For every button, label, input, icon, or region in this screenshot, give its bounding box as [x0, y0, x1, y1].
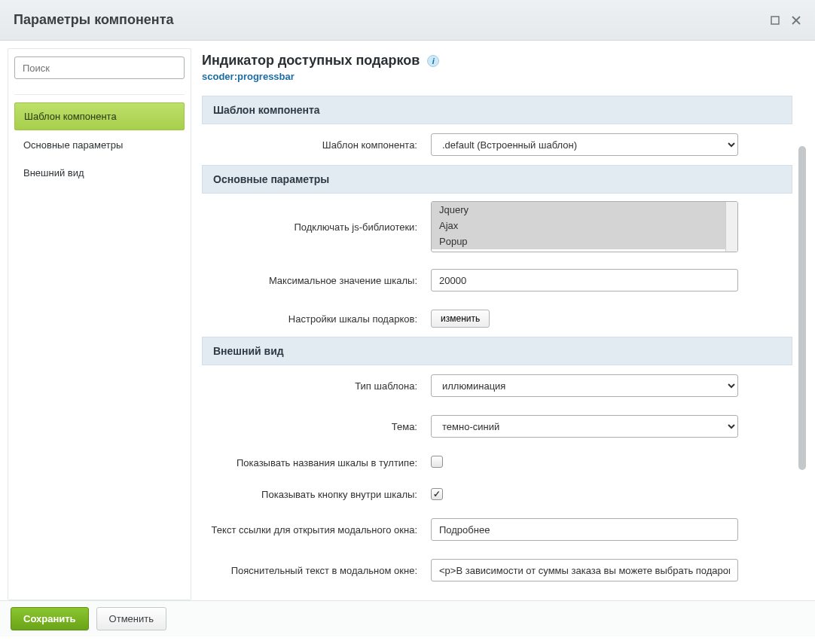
row-modal-body-text: Пояснительный текст в модальном окне: [202, 550, 792, 591]
window-title: Параметры компонента [14, 12, 174, 28]
content-panel: Индикатор доступных подарков i scoder:pr… [199, 48, 807, 600]
sidebar: Шаблон компонента Основные параметры Вне… [8, 48, 191, 600]
component-header: Индикатор доступных подарков i scoder:pr… [202, 53, 792, 82]
cancel-button[interactable]: Отменить [96, 607, 166, 630]
sidebar-item-basic[interactable]: Основные параметры [14, 132, 185, 158]
maximize-icon[interactable] [770, 15, 780, 26]
search-input[interactable] [14, 56, 185, 79]
multiselect-js-libs[interactable]: Jquery Ajax Popup [431, 201, 738, 252]
save-button[interactable]: Сохранить [11, 607, 89, 630]
scrollbar[interactable] [725, 202, 737, 252]
label-component-template: Шаблон компонента: [202, 139, 431, 151]
select-theme[interactable]: темно-синий [431, 415, 738, 438]
list-item[interactable]: Jquery [432, 202, 737, 218]
row-theme: Тема: темно-синий [202, 406, 792, 447]
input-max-scale[interactable] [431, 269, 738, 291]
row-show-tooltip: Показывать названия шкалы в тултипе: [202, 447, 792, 479]
label-max-scale: Максимальное значение шкалы: [202, 275, 431, 286]
row-js-libs: Подключать js-библиотеки: Jquery Ajax Po… [202, 194, 792, 260]
row-modal-link-text: Текст ссылки для открытия модального окн… [202, 509, 792, 550]
row-show-button: Показывать кнопку внутри шкалы: [202, 479, 792, 509]
section-appearance-header: Внешний вид [202, 337, 792, 365]
label-template-type: Тип шаблона: [202, 380, 431, 392]
row-component-template: Шаблон компонента: .default (Встроенный … [202, 124, 792, 165]
label-gift-settings: Настройки шкалы подарков: [202, 313, 431, 325]
change-button[interactable]: изменить [431, 310, 490, 328]
label-js-libs: Подключать js-библиотеки: [202, 221, 431, 233]
section-template-header: Шаблон компонента [202, 96, 792, 124]
footer: Сохранить Отменить [0, 600, 815, 636]
sidebar-item-appearance[interactable]: Внешний вид [14, 160, 185, 186]
label-theme: Тема: [202, 421, 431, 432]
sidebar-item-label: Шаблон компонента [24, 111, 117, 122]
svg-rect-0 [771, 17, 779, 24]
row-gift-settings: Настройки шкалы подарков: изменить [202, 301, 792, 337]
label-modal-body-text: Пояснительный текст в модальном окне: [202, 565, 431, 576]
sidebar-item-template[interactable]: Шаблон компонента [14, 102, 185, 130]
sidebar-nav: Шаблон компонента Основные параметры Вне… [14, 102, 185, 186]
sidebar-item-label: Внешний вид [23, 167, 84, 179]
label-show-button: Показывать кнопку внутри шкалы: [202, 489, 431, 500]
scrollbar-vertical[interactable] [798, 146, 806, 593]
window-controls [770, 15, 801, 26]
component-title: Индикатор доступных подарков [202, 53, 420, 69]
close-icon[interactable] [791, 15, 801, 26]
select-component-template[interactable]: .default (Встроенный шаблон) [431, 133, 738, 156]
divider [14, 94, 185, 95]
titlebar: Параметры компонента [0, 0, 815, 41]
list-item[interactable]: Ajax [432, 218, 737, 233]
input-modal-link-text[interactable] [431, 518, 738, 541]
label-modal-link-text: Текст ссылки для открытия модального окн… [202, 524, 431, 536]
label-show-tooltip: Показывать названия шкалы в тултипе: [202, 457, 431, 469]
scrollbar-thumb[interactable] [798, 146, 806, 470]
checkbox-show-tooltip[interactable] [431, 456, 443, 468]
checkbox-show-button[interactable] [431, 488, 443, 500]
select-template-type[interactable]: иллюминация [431, 374, 738, 397]
component-code: scoder:progressbar [202, 71, 792, 82]
row-max-scale: Максимальное значение шкалы: [202, 260, 792, 301]
list-item[interactable]: Popup [432, 233, 737, 249]
row-template-type: Тип шаблона: иллюминация [202, 365, 792, 406]
info-icon[interactable]: i [427, 55, 439, 67]
section-basic-header: Основные параметры [202, 165, 792, 194]
input-modal-body-text[interactable] [431, 559, 738, 581]
sidebar-item-label: Основные параметры [23, 139, 123, 151]
